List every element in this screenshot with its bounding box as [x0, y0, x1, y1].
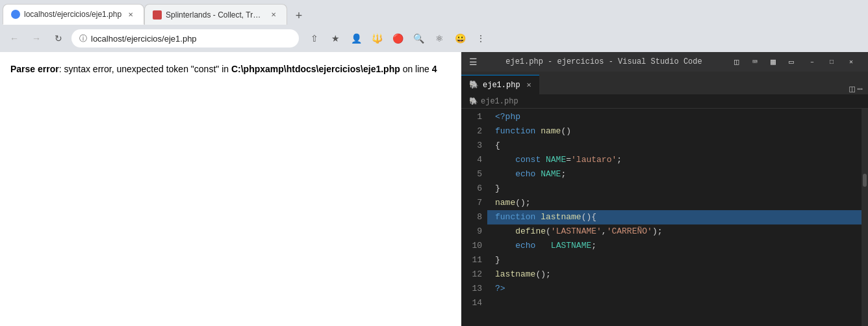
breadcrumb-icon: 🐘	[469, 97, 478, 105]
refresh-button[interactable]: ↻	[49, 29, 68, 48]
more-icon[interactable]: ⋮	[472, 29, 490, 48]
code-line-1: <?php	[487, 110, 862, 124]
tab-localhost[interactable]: localhost/ejercicios/eje1.php ✕	[3, 4, 144, 25]
split-right-icon[interactable]: ◫	[849, 83, 854, 94]
tab-favicon-chrome	[11, 10, 20, 19]
code-line-10: echo LASTNAME;	[487, 239, 862, 253]
breadcrumb: 🐘 eje1.php	[461, 94, 868, 109]
close-button[interactable]: ✕	[842, 55, 860, 68]
line-num-13: 13	[461, 282, 482, 296]
code-line-6: }	[487, 182, 862, 196]
line-num-14: 14	[461, 296, 482, 310]
toolbar-icons: ⇧ ★ 👤 🔱 🔴 🔍 ⚛ 😀 ⋮	[305, 29, 490, 48]
editor-tabs: 🐘 eje1.php ✕ ◫ ⋯	[461, 72, 868, 94]
minimize-button[interactable]: –	[803, 55, 821, 68]
address-input[interactable]: ⓘ localhost/ejercicios/eje1.php	[71, 29, 299, 48]
extension-icon1[interactable]: 🔱	[368, 29, 386, 48]
tab-favicon-splinterlands	[153, 10, 162, 20]
breadcrumb-label: eje1.php	[481, 97, 518, 106]
bookmark-icon[interactable]: ★	[326, 29, 344, 48]
more-actions-icon[interactable]: ⋯	[858, 83, 863, 94]
split-editor-icon[interactable]: ◫	[730, 55, 743, 68]
profile-icon[interactable]: 👤	[347, 29, 365, 48]
line-num-12: 12	[461, 267, 482, 282]
code-editor: 1 2 3 4 5 6 7 8 9 10 11 12 13 14 <?php f…	[461, 109, 868, 326]
tab-title-splinterlands: Splinterlands - Collect, Trad...	[166, 10, 264, 20]
line-num-10: 10	[461, 239, 482, 253]
address-bar: ← → ↻ ⓘ localhost/ejercicios/eje1.php ⇧ …	[0, 25, 868, 52]
code-line-11: }	[487, 253, 862, 267]
puzzle-icon[interactable]: ⚛	[430, 29, 448, 48]
editor-tab-close[interactable]: ✕	[527, 80, 531, 90]
error-file-path: C:\phpxamp\htdocs\ejercicios\eje1.php	[231, 64, 400, 74]
parse-error-message: Parse error: syntax error, unexpected to…	[10, 62, 451, 76]
window-controls: – □ ✕	[803, 55, 860, 68]
line-num-5: 5	[461, 167, 482, 182]
tab-close-localhost[interactable]: ✕	[125, 9, 136, 20]
parse-error-label: Parse error	[10, 64, 59, 74]
titlebar-left: ☰	[469, 57, 478, 68]
line-num-4: 4	[461, 153, 482, 167]
tab-php-icon: 🐘	[469, 80, 479, 90]
share-icon[interactable]: ⇧	[305, 29, 324, 48]
line-num-6: 6	[461, 182, 482, 196]
scrollbar-thumb[interactable]	[863, 174, 867, 187]
editor-tab-label: eje1.php	[483, 81, 520, 90]
code-line-9: define('LASTNAME','CARREÑO');	[487, 224, 862, 239]
layout2-icon[interactable]: ▦	[767, 55, 780, 68]
new-tab-button[interactable]: +	[290, 7, 308, 25]
error-line-label: on line	[400, 64, 432, 74]
avatar-icon[interactable]: 😀	[451, 29, 469, 48]
line-num-11: 11	[461, 253, 482, 267]
code-line-5: echo NAME;	[487, 167, 862, 182]
code-line-12: lastname();	[487, 267, 862, 282]
line-num-8: 8	[461, 210, 482, 224]
code-line-2: function name()	[487, 124, 862, 139]
vscode-titlebar: ☰ eje1.php - ejercicios - Visual Studio …	[461, 52, 868, 72]
browser-chrome: localhost/ejercicios/eje1.php ✕ Splinter…	[0, 0, 868, 52]
forward-button[interactable]: →	[27, 29, 45, 48]
vscode-title: eje1.php - ejercicios - Visual Studio Co…	[505, 57, 702, 66]
line-num-1: 1	[461, 110, 482, 124]
extension-icon3[interactable]: 🔍	[409, 29, 428, 48]
tab-bar: localhost/ejercicios/eje1.php ✕ Splinter…	[0, 0, 868, 25]
code-line-3: {	[487, 139, 862, 153]
error-line-number: 4	[432, 64, 437, 74]
maximize-button[interactable]: □	[823, 55, 841, 68]
code-line-13: ?>	[487, 282, 862, 296]
code-line-14	[487, 296, 862, 310]
main-area: Parse error: syntax error, unexpected to…	[0, 52, 868, 326]
vscode-window: ☰ eje1.php - ejercicios - Visual Studio …	[461, 52, 868, 326]
line-numbers: 1 2 3 4 5 6 7 8 9 10 11 12 13 14	[461, 109, 487, 326]
layout-icon[interactable]: ⌨	[748, 55, 761, 68]
menu-icon[interactable]: ☰	[469, 57, 478, 68]
tab-title-localhost: localhost/ejercicios/eje1.php	[24, 10, 121, 19]
editor-split-icons: ◫ ⋯	[844, 83, 868, 94]
scrollbar[interactable]	[862, 109, 868, 326]
parse-error-detail: : syntax error, unexpected token "const"…	[59, 64, 231, 74]
code-line-8: function lastname(){	[487, 210, 862, 224]
address-text: localhost/ejercicios/eje1.php	[91, 34, 197, 44]
editor-tab-eje1[interactable]: 🐘 eje1.php ✕	[461, 75, 539, 94]
line-num-9: 9	[461, 224, 482, 239]
tab-splinterlands[interactable]: Splinterlands - Collect, Trad... ✕	[144, 4, 287, 25]
code-line-4: const NAME='lautaro';	[487, 153, 862, 167]
lock-icon: ⓘ	[79, 33, 87, 44]
line-num-7: 7	[461, 196, 482, 210]
browser-content: Parse error: syntax error, unexpected to…	[0, 52, 461, 326]
back-button[interactable]: ←	[5, 29, 23, 48]
extension-icon2[interactable]: 🔴	[389, 29, 407, 48]
line-num-3: 3	[461, 139, 482, 153]
code-line-7: name();	[487, 196, 862, 210]
customize-icon[interactable]: ▭	[785, 55, 798, 68]
code-content[interactable]: <?php function name() { const NAME='laut…	[487, 109, 862, 326]
titlebar-controls: ◫ ⌨ ▦ ▭ – □ ✕	[730, 55, 860, 68]
line-num-2: 2	[461, 124, 482, 139]
tab-close-splinterlands[interactable]: ✕	[268, 10, 279, 20]
